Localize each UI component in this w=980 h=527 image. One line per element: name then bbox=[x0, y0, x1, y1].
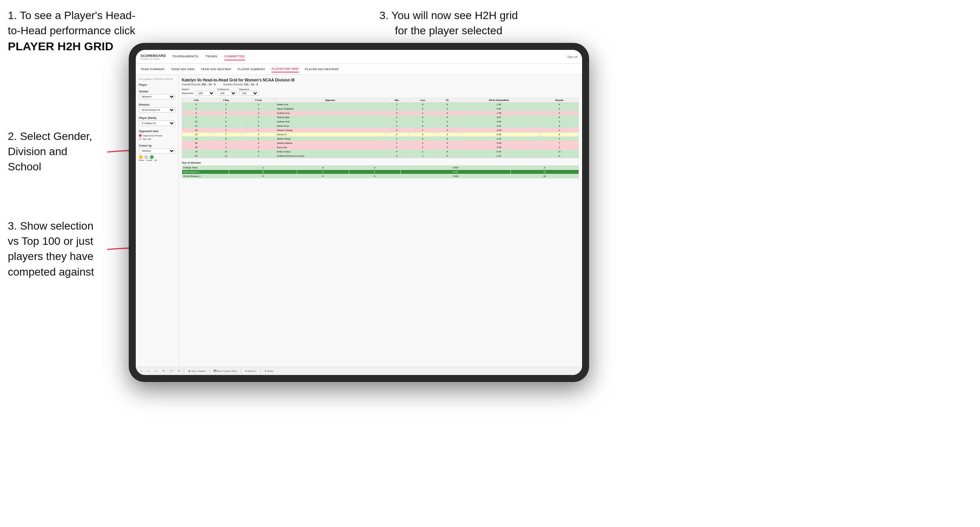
tablet-screen: SCOREBOARD Powered by clippd TOURNAMENTS… bbox=[136, 50, 582, 375]
filter-conference-select[interactable]: (All) bbox=[217, 91, 237, 95]
sidebar-colour-label: Colour by bbox=[139, 144, 175, 147]
instruction-mid-left: 2. Select Gender, Division and School bbox=[8, 129, 121, 175]
radio-opponents-dot bbox=[139, 134, 142, 137]
subnav: TEAM SUMMARY TEAM H2H GRID TEAM H2H HEAT… bbox=[136, 64, 582, 75]
toolbar-save-custom[interactable]: 💾 Save Custom View bbox=[212, 369, 238, 373]
toolbar-paste[interactable]: 📋 bbox=[168, 369, 174, 373]
table-row: 15 8 5 Stella Cheng 1 0 0 1.25 4 bbox=[182, 137, 579, 141]
instruction-mid-line2: Division and bbox=[8, 145, 67, 157]
th-conf: # Conf bbox=[241, 98, 275, 103]
table-row: 9 1 4 Sharon Mun 1 0 0 3.67 3 bbox=[182, 115, 579, 120]
out-of-division-table: Foreign Team 1 0 0 4.500 2 NAIA Division… bbox=[182, 165, 579, 179]
filter-region: Region Opponents: (All) bbox=[182, 88, 215, 95]
instruction-mid-line1: 2. Select Gender, bbox=[8, 130, 92, 142]
th-div: # Div bbox=[182, 98, 211, 103]
instruction-line1: 1. To see a Player's Head- bbox=[8, 9, 135, 21]
toolbar-refresh[interactable]: ↺ bbox=[176, 369, 181, 373]
instruction-top-right: 3. You will now see H2H gridfor the play… bbox=[351, 8, 546, 38]
colour-labels: Down Level Up bbox=[139, 159, 175, 161]
ood-table-row: NCAA Division 2 5 0 0 7.400 10 bbox=[182, 174, 579, 179]
filter-opponents-select[interactable]: (All) bbox=[195, 91, 215, 95]
th-opponent: Opponent bbox=[275, 98, 385, 103]
instruction-line2: to-Head performance click bbox=[8, 25, 135, 37]
navbar-links: TOURNAMENTS TEAMS COMMITTEE bbox=[172, 53, 567, 60]
th-win: Win bbox=[385, 98, 409, 103]
subnav-player-h2h[interactable]: PLAYER H2H GRID bbox=[272, 66, 298, 73]
table-row: 6 3 3 Sydney Kuo 0 1 0 -1.00 3 bbox=[182, 111, 579, 115]
toolbar-divider4 bbox=[260, 369, 261, 373]
table-row: 16 1 3 Jessica Mason 1 2 0 -0.94 7 bbox=[182, 141, 579, 145]
table-row: 11 2 5 Heejo Hyun 1 0 0 3.33 3 bbox=[182, 124, 579, 128]
grid-title: Katelyn Vo Head-to-Head Grid for Women's… bbox=[182, 78, 579, 82]
sidebar-radio-top100[interactable]: Top 100 bbox=[139, 138, 175, 140]
grid-records: Overall Record: 353 - 34 - 6 Division Re… bbox=[182, 83, 579, 86]
nav-tournaments[interactable]: TOURNAMENTS bbox=[172, 53, 199, 60]
colour-dot-level bbox=[144, 155, 148, 159]
subnav-player-heatmap[interactable]: PLAYER H2H HEATMAP bbox=[305, 66, 339, 72]
subnav-player-summary[interactable]: PLAYER SUMMARY bbox=[238, 66, 265, 72]
sidebar-division-section: Division NCAA Division III bbox=[139, 103, 175, 113]
instruction-top-left: 1. To see a Player's Head- to-Head perfo… bbox=[8, 8, 140, 55]
division-record: Division Record: 331 - 34 - 6 bbox=[223, 83, 258, 86]
colour-dot-down bbox=[139, 155, 143, 159]
sidebar-colour-section: Colour by Win/loss Down Level Up bbox=[139, 144, 175, 161]
subnav-team-heatmap[interactable]: TEAM H2H HEATMAP bbox=[201, 66, 231, 72]
sidebar-radio-opponents[interactable]: Opponents Played bbox=[139, 134, 175, 137]
colour-level-label: Level bbox=[147, 159, 152, 161]
subnav-team-h2h[interactable]: TEAM H2H GRID bbox=[171, 66, 194, 72]
nav-committee[interactable]: COMMITTEE bbox=[224, 53, 245, 60]
toolbar-divider bbox=[184, 369, 184, 373]
content-area: Katelyn Vo Head-to-Head Grid for Women's… bbox=[179, 75, 582, 366]
toolbar-divider2 bbox=[209, 369, 210, 373]
filters-row: Region Opponents: (All) Conference (All) bbox=[182, 88, 579, 95]
sidebar-opponent-view-label: Opponent view bbox=[139, 130, 175, 133]
instruction-bottom-left: 3. Show selectionvs Top 100 or justplaye… bbox=[8, 218, 121, 279]
filter-conference: Conference (All) bbox=[217, 88, 237, 95]
toolbar-redo[interactable]: ↪ bbox=[154, 369, 159, 373]
toolbar-watch[interactable]: 👁 Watch ▾ bbox=[243, 369, 258, 373]
sidebar-player-rank-select[interactable]: 8. Katelyn Vo bbox=[139, 120, 175, 126]
table-row: 5 2 2 Alexis Sudjianto 1 0 0 4.00 3 bbox=[182, 107, 579, 111]
sidebar: Last Updated: 27/03/2024 16:55:38 Player… bbox=[136, 75, 179, 366]
th-loss: Loss bbox=[409, 98, 437, 103]
sidebar-radio-group: Opponents Played Top 100 bbox=[139, 134, 175, 140]
sidebar-player-label: Player bbox=[139, 83, 175, 86]
table-row: 19 10 6 Emily Chang 4 1 0 0.30 11 bbox=[182, 150, 579, 154]
toolbar-undo[interactable]: ↩ bbox=[139, 369, 144, 373]
main-content: Last Updated: 27/03/2024 16:55:38 Player… bbox=[136, 75, 582, 366]
radio-top100-dot bbox=[139, 138, 142, 140]
sidebar-player-rank-label: Player (Rank) bbox=[139, 117, 175, 119]
th-diff: Diff Av Strokes/Rnd bbox=[458, 98, 540, 103]
toolbar-copy[interactable]: ⧉ bbox=[161, 369, 166, 373]
toolbar-view-original[interactable]: 🖥 View: Original bbox=[186, 369, 207, 373]
sidebar-colour-select[interactable]: Win/loss bbox=[139, 148, 175, 154]
subnav-team-summary[interactable]: TEAM SUMMARY bbox=[140, 66, 165, 72]
filter-opponent-select[interactable]: (All) bbox=[239, 91, 259, 95]
colour-up-label: Up bbox=[154, 159, 157, 161]
nav-teams[interactable]: TEAMS bbox=[206, 53, 218, 60]
navbar: SCOREBOARD Powered by clippd TOURNAMENTS… bbox=[136, 50, 582, 64]
out-of-division-header: Out of division bbox=[182, 161, 579, 164]
sidebar-opponent-view-section: Opponent view Opponents Played Top 100 bbox=[139, 130, 175, 140]
main-table: # Div # Reg # Conf Opponent Win Loss Tie… bbox=[182, 98, 579, 158]
navbar-logo: SCOREBOARD Powered by clippd bbox=[140, 54, 166, 60]
toolbar-undo2[interactable]: ↩ bbox=[146, 369, 151, 373]
overall-record: Overall Record: 353 - 34 - 6 bbox=[182, 83, 215, 86]
sidebar-player-rank-section: Player (Rank) 8. Katelyn Vo bbox=[139, 117, 175, 126]
colour-dot-up bbox=[150, 155, 154, 159]
sidebar-timestamp: Last Updated: 27/03/2024 16:55:38 bbox=[139, 78, 175, 80]
table-row: 13 1 1 Jessica Huang 0 1 0 -3.00 2 bbox=[182, 128, 579, 133]
sidebar-gender-label: Gender bbox=[139, 90, 175, 93]
sidebar-gender-select[interactable]: Women's bbox=[139, 94, 175, 99]
instruction-mid-line3: School bbox=[8, 161, 41, 173]
th-tie: Tie bbox=[437, 98, 458, 103]
tablet: SCOREBOARD Powered by clippd TOURNAMENTS… bbox=[129, 43, 589, 382]
toolbar-share[interactable]: ⬆ Share bbox=[263, 369, 275, 373]
table-row: 14 7 4 Eunice Yi 2 2 0 0.38 9 bbox=[182, 133, 579, 137]
sidebar-division-select[interactable]: NCAA Division III bbox=[139, 107, 175, 113]
toolbar-divider3 bbox=[241, 369, 241, 373]
toolbar: ↩ ↩ ↪ ⧉ 📋 ↺ 🖥 View: Original 💾 Save Cust… bbox=[136, 366, 582, 375]
sidebar-gender-section: Gender Women's bbox=[139, 90, 175, 99]
navbar-right[interactable]: Sign out bbox=[567, 55, 577, 58]
instruction-bold: PLAYER H2H GRID bbox=[8, 40, 114, 53]
